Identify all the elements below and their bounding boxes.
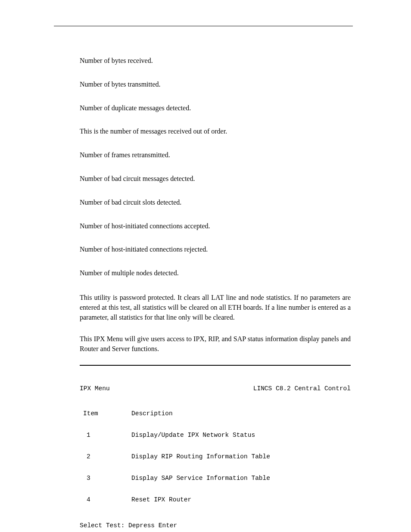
terminal-item-desc: Display RIP Routing Information Table (131, 453, 270, 460)
terminal-select-prompt: Select Test: Depress Enter (80, 522, 351, 529)
para-multiple-nodes: Number of multiple nodes detected. (80, 269, 351, 278)
terminal-col-desc: Description (131, 410, 173, 417)
table-row: 2 Display RIP Routing Information Table (80, 453, 351, 460)
para-connections-accepted: Number of host-initiated connections acc… (80, 222, 351, 231)
header-rule (54, 26, 353, 26)
para-bad-circuit-messages: Number of bad circuit messages detected. (80, 174, 351, 184)
para-utility-description: This utility is password protected. It c… (80, 292, 351, 323)
para-ipx-menu-intro: This IPX Menu will give users access to … (80, 334, 351, 354)
para-connections-rejected: Number of host-initiated connections rej… (80, 245, 351, 254)
para-bad-circuit-slots: Number of bad circuit slots detected. (80, 198, 351, 207)
para-duplicate-messages: Number of duplicate messages detected. (80, 104, 351, 113)
terminal-title-left: IPX Menu (80, 385, 110, 392)
terminal-title-right: LINCS C8.2 Central Control (253, 385, 351, 392)
table-row: 4 Reset IPX Router (80, 496, 351, 504)
para-retransmitted: Number of frames retransmitted. (80, 151, 351, 160)
table-row: 1 Display/Update IPX Network Status (80, 432, 351, 439)
terminal-item-num: 1 (80, 432, 131, 439)
terminal-item-desc: Reset IPX Router (131, 496, 191, 504)
terminal-item-num: 4 (80, 496, 131, 504)
terminal-header: IPX Menu LINCS C8.2 Central Control (80, 385, 351, 392)
para-bytes-transmitted: Number of bytes transmitted. (80, 80, 351, 89)
para-out-of-order: This is the number of messages received … (80, 127, 351, 136)
terminal-screen: IPX Menu LINCS C8.2 Central Control Item… (80, 365, 351, 532)
terminal-item-desc: Display/Update IPX Network Status (131, 432, 255, 439)
terminal-item-desc: Display SAP Service Information Table (131, 475, 270, 482)
terminal-col-item: Item (80, 410, 131, 417)
terminal-item-num: 3 (80, 475, 131, 482)
table-row: 3 Display SAP Service Information Table (80, 475, 351, 482)
terminal-column-headers: Item Description (80, 410, 351, 417)
terminal-item-num: 2 (80, 453, 131, 460)
para-bytes-received: Number of bytes received. (80, 56, 351, 65)
